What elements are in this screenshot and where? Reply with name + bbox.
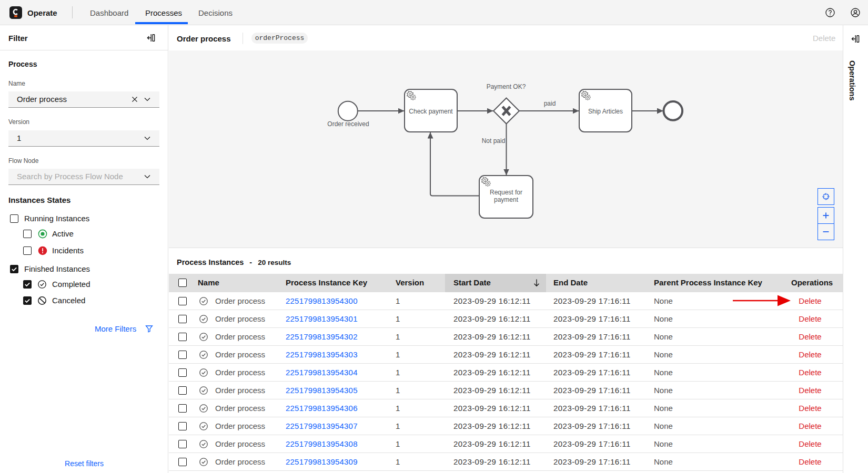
svg-text:Ship Articles: Ship Articles [588, 108, 623, 115]
svg-text:Payment OK?: Payment OK? [487, 83, 526, 90]
svg-text:payment: payment [494, 196, 519, 203]
svg-text:Request for: Request for [490, 189, 522, 196]
svg-text:Order received: Order received [327, 120, 369, 128]
svg-text:Check payment: Check payment [409, 108, 453, 115]
svg-text:Not paid: Not paid [482, 137, 506, 145]
svg-text:paid: paid [544, 100, 556, 107]
